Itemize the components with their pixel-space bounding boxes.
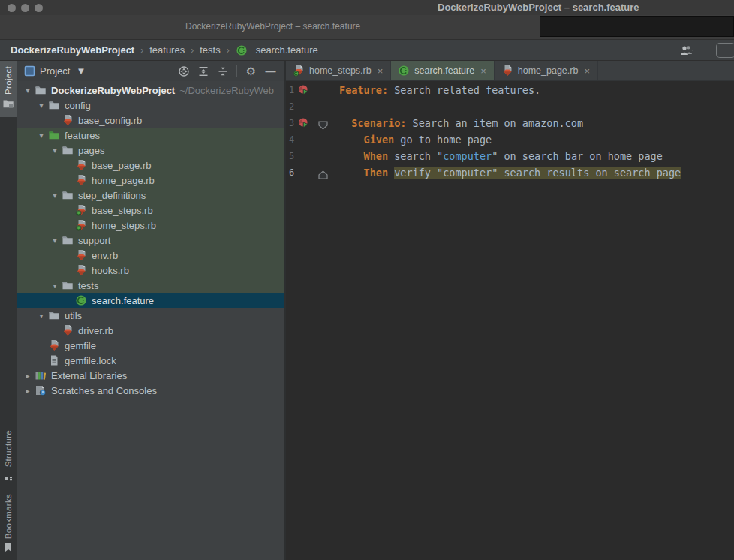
minimize-window-button[interactable] bbox=[21, 4, 29, 12]
tree-item-label: search.feature bbox=[92, 295, 154, 306]
expand-all-icon[interactable] bbox=[196, 64, 210, 78]
ruby-icon bbox=[62, 114, 74, 126]
close-tab-icon[interactable]: × bbox=[480, 65, 486, 77]
toolwin-structure-icon bbox=[3, 471, 14, 484]
line-number: 4 bbox=[289, 131, 298, 148]
editor-line-4: 4 Given go to home page bbox=[286, 131, 734, 148]
editor-tab-search-feature[interactable]: search.feature× bbox=[391, 61, 495, 80]
code-segment: search " bbox=[388, 150, 443, 162]
collapse-all-icon[interactable] bbox=[215, 64, 230, 78]
tree-row-gemfile[interactable]: gemfile bbox=[17, 338, 284, 353]
hide-panel-icon[interactable]: — bbox=[263, 64, 278, 78]
tree-item-label: External Libraries bbox=[51, 370, 127, 381]
line-number: 1 bbox=[289, 82, 298, 98]
toolwindow-button-project[interactable]: Project bbox=[0, 61, 17, 117]
tree-row-support[interactable]: ▾support bbox=[17, 233, 284, 248]
tree-item-label: support bbox=[78, 235, 110, 246]
close-tab-icon[interactable]: × bbox=[378, 65, 384, 77]
folder-icon bbox=[62, 279, 74, 291]
editor-tab-home-page-rb[interactable]: home_page.rb× bbox=[495, 61, 598, 80]
toolwin-project-icon bbox=[2, 98, 14, 113]
tree-item-label: DockerizeRubyWebProject bbox=[51, 85, 175, 96]
tree-row-driver-rb[interactable]: driver.rb bbox=[17, 323, 284, 338]
code-segment bbox=[339, 134, 364, 146]
navbar-right-group bbox=[675, 40, 734, 61]
tree-row-pages[interactable]: ▾pages bbox=[17, 143, 284, 158]
users-dropdown-icon[interactable] bbox=[675, 44, 700, 58]
run-widget-partial[interactable] bbox=[716, 43, 734, 58]
ide-window: DockerizeRubyWebProject – search.feature… bbox=[0, 0, 734, 560]
breadcrumb-item-tests[interactable]: tests bbox=[200, 44, 220, 56]
editor-tab-home-steps-rb[interactable]: home_steps.rb× bbox=[286, 61, 391, 80]
folder-icon bbox=[35, 84, 47, 96]
tree-row-base-steps-rb[interactable]: base_steps.rb bbox=[17, 203, 284, 218]
fold-end-icon[interactable] bbox=[318, 168, 328, 177]
editor-tab-label: home_page.rb bbox=[518, 65, 579, 76]
tree-row-dockerizerubywebproject[interactable]: ▾DockerizeRubyWebProject~/DockerizeRubyW… bbox=[17, 83, 284, 98]
project-view-selector[interactable]: Project ▼ bbox=[24, 65, 86, 77]
ruby-icon bbox=[75, 174, 87, 186]
tree-row-config[interactable]: ▾config bbox=[17, 98, 284, 113]
close-window-button[interactable] bbox=[8, 4, 16, 12]
tree-row-features[interactable]: ▾features bbox=[17, 128, 284, 143]
chevron-down-icon[interactable]: ▾ bbox=[21, 86, 35, 95]
line-number: 6 bbox=[289, 164, 298, 181]
tree-row-utils[interactable]: ▾utils bbox=[17, 308, 284, 323]
editor-line-2: 2 bbox=[286, 98, 734, 115]
editor-tabbar: home_steps.rb×search.feature×home_page.r… bbox=[286, 61, 734, 81]
chevron-down-icon[interactable]: ▾ bbox=[48, 191, 62, 200]
locate-icon[interactable] bbox=[176, 64, 191, 78]
tree-item-label: base_config.rb bbox=[78, 115, 142, 126]
fold-start-icon[interactable] bbox=[318, 119, 328, 128]
tree-row-base-config-rb[interactable]: base_config.rb bbox=[17, 113, 284, 128]
chevron-down-icon[interactable]: ▾ bbox=[48, 282, 62, 290]
chevron-down-icon[interactable]: ▾ bbox=[48, 236, 62, 245]
code-segment: go to home page bbox=[394, 134, 492, 146]
chevron-down-icon[interactable]: ▾ bbox=[35, 312, 48, 320]
tree-item-label: env.rb bbox=[92, 250, 118, 261]
chevron-down-icon[interactable]: ▾ bbox=[35, 101, 48, 110]
run-test-icon[interactable] bbox=[298, 117, 310, 129]
toolwindow-button-structure[interactable]: Structure bbox=[0, 425, 17, 488]
chevron-right-icon[interactable]: ▸ bbox=[21, 387, 35, 395]
tree-row-base-page-rb[interactable]: base_page.rb bbox=[17, 158, 284, 173]
toolwindow-button-bookmarks[interactable]: Bookmarks bbox=[0, 489, 17, 560]
tree-item-label: base_page.rb bbox=[92, 160, 152, 171]
tree-item-label: config bbox=[65, 100, 91, 111]
ruby-icon bbox=[62, 324, 74, 336]
zoom-window-button[interactable] bbox=[35, 4, 43, 12]
editor-tab-label: home_steps.rb bbox=[309, 65, 372, 76]
tree-row-home-steps-rb[interactable]: home_steps.rb bbox=[17, 218, 284, 233]
toolwindow-button-label: Structure bbox=[4, 430, 13, 467]
tree-item-label: home_page.rb bbox=[92, 175, 155, 186]
breadcrumb-item-dockerizerubywebproject[interactable]: DockerizeRubyWebProject bbox=[11, 44, 134, 56]
code-text: Given go to home page bbox=[339, 131, 492, 148]
tree-row-gemfile-lock[interactable]: gemfile.lock bbox=[17, 353, 284, 368]
cucumber-icon bbox=[75, 294, 87, 306]
chevron-down-icon[interactable]: ▾ bbox=[48, 146, 62, 155]
run-test-icon[interactable] bbox=[298, 84, 310, 96]
tree-row-tests[interactable]: ▾tests bbox=[17, 278, 284, 293]
tree-row-external-libraries[interactable]: ▸External Libraries bbox=[17, 368, 284, 383]
cucumber-icon bbox=[398, 65, 410, 77]
settings-gear-icon[interactable]: ⚙ bbox=[244, 64, 258, 78]
editor-line-3: 3 Scenario: Search an item on amazon.com bbox=[286, 115, 734, 131]
folder-green-icon bbox=[48, 129, 60, 141]
close-tab-icon[interactable]: × bbox=[584, 65, 590, 77]
ruby-icon bbox=[75, 264, 87, 276]
editor[interactable]: 1Feature: Search related features.23 Sce… bbox=[286, 81, 734, 560]
tree-row-home-page-rb[interactable]: home_page.rb bbox=[17, 173, 284, 188]
breadcrumb-item-features[interactable]: features bbox=[149, 44, 185, 56]
chevron-down-icon[interactable]: ▾ bbox=[35, 131, 48, 140]
tree-row-search-feature[interactable]: search.feature bbox=[17, 293, 284, 308]
tree-row-hooks-rb[interactable]: hooks.rb bbox=[17, 263, 284, 278]
tree-row-scratches-and-consoles[interactable]: ▸Scratches and Consoles bbox=[17, 383, 284, 398]
code-segment: Search related features. bbox=[388, 84, 540, 96]
ruby-cuke-icon bbox=[293, 65, 305, 77]
tree-row-env-rb[interactable]: env.rb bbox=[17, 248, 284, 263]
tree-row-step-definitions[interactable]: ▾step_definitions bbox=[17, 188, 284, 203]
chevron-right-icon[interactable]: ▸ bbox=[21, 372, 35, 380]
cucumber-icon bbox=[236, 44, 248, 56]
breadcrumb-item-search-feature[interactable]: search.feature bbox=[236, 44, 318, 56]
tree-item-path-suffix: ~/DockerizeRubyWeb bbox=[179, 85, 274, 96]
